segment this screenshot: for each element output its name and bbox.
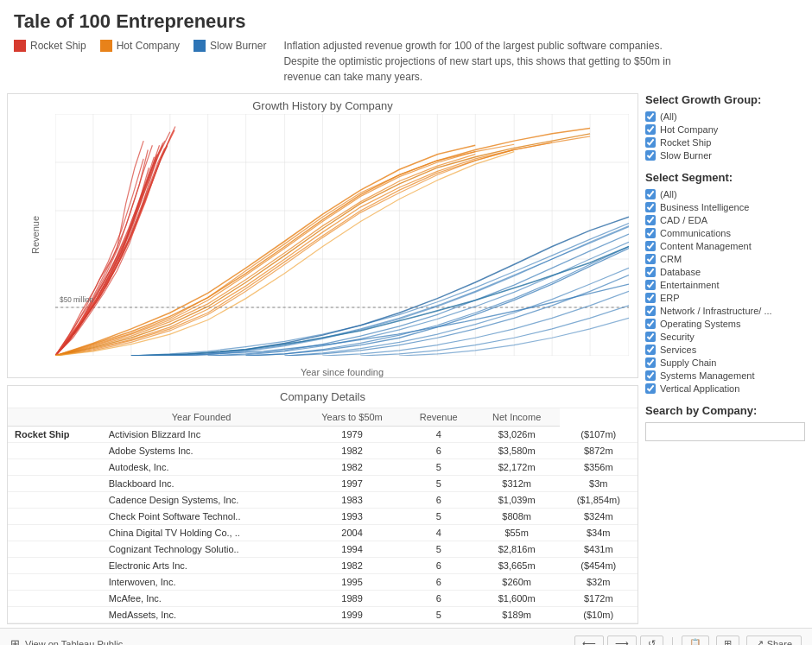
copy-button[interactable]: 📋 (682, 636, 709, 645)
segment-label: Systems Management (660, 370, 754, 381)
segment-checkbox[interactable] (645, 306, 656, 316)
segment-checkbox[interactable] (645, 293, 656, 303)
segment-checkbox[interactable] (645, 202, 656, 212)
segment-checkbox[interactable] (645, 332, 656, 342)
segment-checkbox[interactable] (645, 357, 656, 368)
segment-checkbox[interactable] (645, 345, 656, 355)
cell-net-income: ($1,854m) (560, 492, 638, 509)
cell-year-founded: 1994 (301, 541, 403, 558)
table-row: Cognizant Technology Solutio..19945$2,81… (8, 541, 638, 558)
cell-years-to-50m: 5 (403, 541, 474, 558)
cell-years-to-50m: 4 (403, 525, 474, 541)
cell-company: MedAssets, Inc. (102, 607, 301, 623)
growth-group-checkbox[interactable] (645, 111, 656, 122)
svg-text:$50 million: $50 million (60, 296, 93, 304)
col-revenue: Revenue (403, 408, 474, 427)
segment-checkbox[interactable] (645, 267, 656, 277)
cell-year-founded: 1983 (301, 492, 403, 509)
segment-checkbox[interactable] (645, 189, 656, 199)
footer-left: ⊞ View on Tableau Public (10, 637, 123, 645)
cell-group-label (8, 525, 102, 541)
cell-company: Cognizant Technology Solutio.. (102, 541, 301, 558)
content-area: Growth History by Company Revenue Year s… (0, 90, 812, 628)
growth-group-option: Slow Burner (645, 150, 805, 161)
cell-company: McAfee, Inc. (102, 591, 301, 607)
cell-company: Cadence Design Systems, Inc. (102, 492, 301, 509)
growth-group-label: Hot Company (660, 124, 718, 135)
cell-years-to-50m: 6 (403, 558, 474, 574)
nav-left-button[interactable]: ⟵ (574, 636, 604, 645)
segment-label: Services (660, 345, 696, 355)
cell-years-to-50m: 5 (403, 607, 474, 623)
cell-revenue: $3,580m (474, 443, 560, 459)
table-header: Year Founded Years to $50m Revenue Net I… (8, 408, 638, 427)
growth-group-label: Rocket Ship (660, 137, 711, 148)
cell-year-founded: 2004 (301, 525, 403, 541)
group-label: Rocket Ship (15, 429, 70, 439)
nav-right-button[interactable]: ⟶ (607, 636, 637, 645)
cell-year-founded: 1989 (301, 591, 403, 607)
cell-net-income: $324m (560, 509, 638, 525)
chart-inner: Revenue Year since founding (55, 114, 629, 356)
segment-checkbox[interactable] (645, 228, 656, 238)
cell-net-income: $3m (560, 476, 638, 492)
cell-group-label (8, 509, 102, 525)
table-row: MedAssets, Inc.19995$189m($10m) (8, 607, 638, 623)
cell-group-label (8, 459, 102, 476)
tableau-icon: ⊞ (10, 637, 20, 645)
cell-year-founded: 1979 (301, 427, 403, 443)
segment-checkbox[interactable] (645, 241, 656, 251)
growth-group-checkbox[interactable] (645, 124, 656, 135)
col-years-to-50m: Years to $50m (301, 408, 403, 427)
legend: Rocket Ship Hot Company Slow Burner (14, 40, 266, 52)
growth-group-option: Rocket Ship (645, 137, 805, 148)
segment-checkbox[interactable] (645, 280, 656, 290)
growth-group-checkbox[interactable] (645, 150, 656, 161)
growth-group-option: (All) (645, 111, 805, 122)
segment-checkbox[interactable] (645, 383, 656, 394)
chart-svg: $250m $200m $150m $100m $50m $0m 0 2 4 6… (55, 114, 629, 356)
cell-year-founded: 1997 (301, 476, 403, 492)
segment-checkbox[interactable] (645, 319, 656, 329)
cell-revenue: $1,600m (474, 591, 560, 607)
tableau-link[interactable]: View on Tableau Public (25, 639, 123, 646)
cell-revenue: $3,665m (474, 558, 560, 574)
table-title: Company Details (8, 386, 638, 408)
segment-label: Security (660, 332, 695, 342)
search-input[interactable] (645, 422, 805, 441)
growth-group-label: (All) (660, 111, 677, 122)
cell-company: Blackboard Inc. (102, 476, 301, 492)
cell-group-label (8, 541, 102, 558)
segment-checkbox[interactable] (645, 215, 656, 225)
cell-group-label (8, 591, 102, 607)
table-row: Check Point Software Technol..19935$808m… (8, 509, 638, 525)
legend-label-rocket: Rocket Ship (30, 40, 86, 52)
growth-group-label: Slow Burner (660, 150, 712, 161)
legend-label-slow: Slow Burner (210, 40, 266, 52)
cell-net-income: $872m (560, 443, 638, 459)
segment-label: Network / Infrastructure/ ... (660, 306, 772, 316)
segment-checkbox[interactable] (645, 254, 656, 264)
growth-group-checkbox[interactable] (645, 137, 656, 148)
nav-reset-button[interactable]: ↺ (640, 636, 663, 645)
cell-net-income: ($454m) (560, 558, 638, 574)
cell-group-label (8, 476, 102, 492)
cell-company: Activision Blizzard Inc (102, 427, 301, 443)
segment-checkbox[interactable] (645, 370, 656, 381)
cell-company: Check Point Software Technol.. (102, 509, 301, 525)
segment-label: Content Management (660, 241, 752, 251)
cell-years-to-50m: 4 (403, 427, 474, 443)
cell-revenue: $189m (474, 607, 560, 623)
legend-color-hot (100, 40, 112, 52)
fullscreen-button[interactable]: ⊞ (716, 636, 739, 645)
legend-label-hot: Hot Company (117, 40, 180, 52)
segment-filter: Select Segment: (All)Business Intelligen… (645, 171, 805, 394)
table-row: Autodesk, Inc.19825$2,172m$356m (8, 459, 638, 476)
table-row: Cadence Design Systems, Inc.19836$1,039m… (8, 492, 638, 509)
growth-group-option: Hot Company (645, 124, 805, 135)
col-year-founded: Year Founded (102, 408, 301, 427)
table-row: China Digital TV Holding Co., ..20044$55… (8, 525, 638, 541)
chart-container: Growth History by Company Revenue Year s… (7, 93, 638, 378)
table-row: McAfee, Inc.19896$1,600m$172m (8, 591, 638, 607)
share-button[interactable]: ↗ Share (746, 636, 802, 645)
